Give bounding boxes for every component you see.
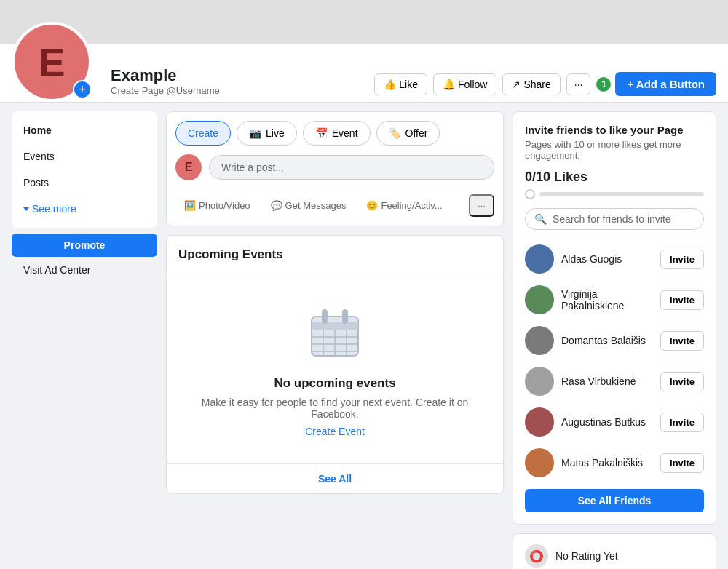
no-events-title: No upcoming events xyxy=(181,376,488,391)
invite-title: Invite friends to like your Page xyxy=(525,124,704,136)
get-messages-button[interactable]: 💬 Get Messages xyxy=(262,196,355,215)
friend-avatar xyxy=(525,285,554,314)
add-button-wrap: 1 + Add a Button xyxy=(596,72,716,96)
progress-bar-wrap xyxy=(525,189,704,199)
notification-badge: 1 xyxy=(596,77,611,92)
posts-label: Posts xyxy=(23,177,49,188)
promote-button[interactable]: Promote xyxy=(12,234,157,257)
friend-name: Matas Pakalniškis xyxy=(561,457,653,469)
invite-button[interactable]: Invite xyxy=(660,331,704,351)
user-avatar-small: E xyxy=(175,154,202,180)
main-layout: Home Events Posts See more Promote Visit… xyxy=(0,103,728,569)
friend-avatar xyxy=(525,407,554,437)
event-tab[interactable]: 📅 Event xyxy=(303,121,371,146)
avatar-plus-button[interactable]: + xyxy=(73,80,92,99)
share-label: Share xyxy=(523,79,550,90)
get-messages-label: Get Messages xyxy=(285,200,347,211)
create-tab[interactable]: Create xyxy=(175,121,231,146)
photo-video-label: Photo/Video xyxy=(199,200,250,211)
profile-info: Example Create Page @Username xyxy=(99,66,374,102)
avatar-wrap: E + xyxy=(12,44,99,102)
events-label: Events xyxy=(23,151,55,162)
invite-button[interactable]: Invite xyxy=(660,413,704,432)
svg-rect-2 xyxy=(322,309,328,324)
events-card: Upcoming Events xyxy=(166,235,504,494)
friend-name: Aldas Guogis xyxy=(561,253,653,265)
sidebar-item-home[interactable]: Home xyxy=(12,117,157,143)
see-more-button[interactable]: See more xyxy=(12,196,157,222)
visit-ad-center-link[interactable]: Visit Ad Center xyxy=(12,257,157,283)
post-placeholder: Write a post... xyxy=(221,162,284,173)
add-label: + Add a Button xyxy=(627,78,705,90)
post-input[interactable]: Write a post... xyxy=(209,155,494,180)
profile-actions: 👍 Like 🔔 Follow ↗ Share ··· 1 + A xyxy=(374,72,716,102)
list-item: Augustinas Butkus Invite xyxy=(525,402,704,442)
list-item: Domantas Balaišis Invite xyxy=(525,320,704,361)
search-icon: 🔍 xyxy=(534,213,547,225)
profile-username: Create Page @Username xyxy=(111,85,363,96)
sidebar-item-events[interactable]: Events xyxy=(12,143,157,170)
svg-rect-1 xyxy=(312,322,358,330)
invite-card: Invite friends to like your Page Pages w… xyxy=(513,111,716,525)
create-post-card: Create 📷 Live 📅 Event 🏷️ Offer xyxy=(166,111,504,226)
feeling-label: Feeling/Activ... xyxy=(381,200,442,211)
invite-button[interactable]: Invite xyxy=(660,250,704,269)
create-tabs: Create 📷 Live 📅 Event 🏷️ Offer xyxy=(175,121,494,146)
friend-name: Rasa Virbukienė xyxy=(561,375,653,387)
like-button[interactable]: 👍 Like xyxy=(374,73,427,95)
add-button[interactable]: + Add a Button xyxy=(615,72,716,96)
create-event-link[interactable]: Create Event xyxy=(181,426,488,437)
home-label: Home xyxy=(23,124,52,136)
invite-button[interactable]: Invite xyxy=(660,372,704,391)
offer-label: Offer xyxy=(405,127,428,139)
sidebar-item-posts[interactable]: Posts xyxy=(12,170,157,196)
progress-bar-bg xyxy=(539,192,704,196)
search-friends[interactable]: 🔍 xyxy=(525,208,704,230)
cover-area xyxy=(0,0,728,44)
see-all-friends-button[interactable]: See All Friends xyxy=(525,489,704,512)
list-item: Matas Pakalniškis Invite xyxy=(525,442,704,483)
more-button[interactable]: ··· xyxy=(566,73,591,95)
rating-icon: ⭕ xyxy=(525,544,548,568)
left-sidebar: Home Events Posts See more Promote Visit… xyxy=(12,111,157,569)
events-header: Upcoming Events xyxy=(167,236,503,274)
follow-icon: 🔔 xyxy=(443,79,455,90)
photo-video-button[interactable]: 🖼️ Photo/Video xyxy=(175,196,259,215)
post-more-button[interactable]: ··· xyxy=(469,194,494,217)
right-sidebar: Invite friends to like your Page Pages w… xyxy=(513,111,716,569)
profile-section: E + Example Create Page @Username 👍 Like… xyxy=(0,44,728,103)
rating-card: ⭕ No Rating Yet xyxy=(513,533,716,569)
more-label: ··· xyxy=(574,79,583,90)
calendar-icon xyxy=(181,303,488,362)
arrow-down-icon xyxy=(23,207,29,211)
post-actions: 🖼️ Photo/Video 💬 Get Messages 😊 Feeling/… xyxy=(175,188,494,217)
event-icon: 📅 xyxy=(315,127,328,139)
invite-button[interactable]: Invite xyxy=(660,453,704,473)
event-label: Event xyxy=(332,127,358,139)
feeling-button[interactable]: 😊 Feeling/Activ... xyxy=(357,196,451,215)
follow-label: Follow xyxy=(458,79,487,90)
see-all-link[interactable]: See All xyxy=(167,463,503,493)
events-body: No upcoming events Make it easy for peop… xyxy=(167,274,503,452)
friend-avatar xyxy=(525,244,554,274)
search-input[interactable] xyxy=(553,213,695,225)
live-tab[interactable]: 📷 Live xyxy=(237,121,297,146)
profile-name: Example xyxy=(111,66,363,85)
like-icon: 👍 xyxy=(384,79,396,90)
post-input-row: E Write a post... xyxy=(175,154,494,180)
svg-rect-3 xyxy=(342,309,348,324)
feeling-icon: 😊 xyxy=(366,200,378,211)
progress-circle xyxy=(525,189,535,199)
share-button[interactable]: ↗ Share xyxy=(502,73,560,95)
offer-tab[interactable]: 🏷️ Offer xyxy=(376,121,440,146)
friends-list: Aldas Guogis Invite Virginija Pakalniski… xyxy=(525,239,704,483)
friend-name: Virginija Pakalniskiene xyxy=(561,288,653,311)
follow-button[interactable]: 🔔 Follow xyxy=(433,73,496,95)
list-item: Rasa Virbukienė Invite xyxy=(525,361,704,402)
sidebar-nav: Home Events Posts See more xyxy=(12,111,157,228)
friend-avatar xyxy=(525,448,554,477)
invite-button[interactable]: Invite xyxy=(660,290,704,310)
friend-avatar xyxy=(525,367,554,396)
avatar-letter: E xyxy=(38,39,65,86)
offer-icon: 🏷️ xyxy=(389,127,401,139)
